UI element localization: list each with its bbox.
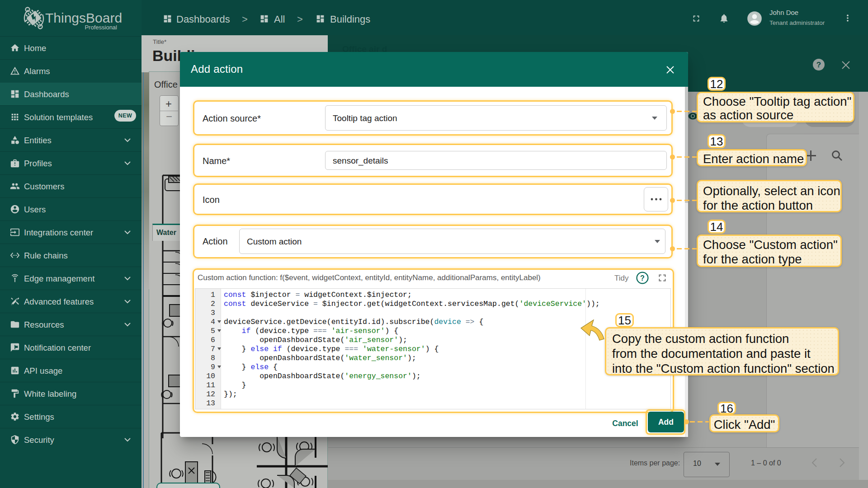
svg-text:ThingsBoard: ThingsBoard <box>45 10 122 25</box>
svg-text:?: ? <box>640 274 645 282</box>
svg-text:Professional: Professional <box>85 24 117 31</box>
svg-text:?: ? <box>816 61 821 69</box>
